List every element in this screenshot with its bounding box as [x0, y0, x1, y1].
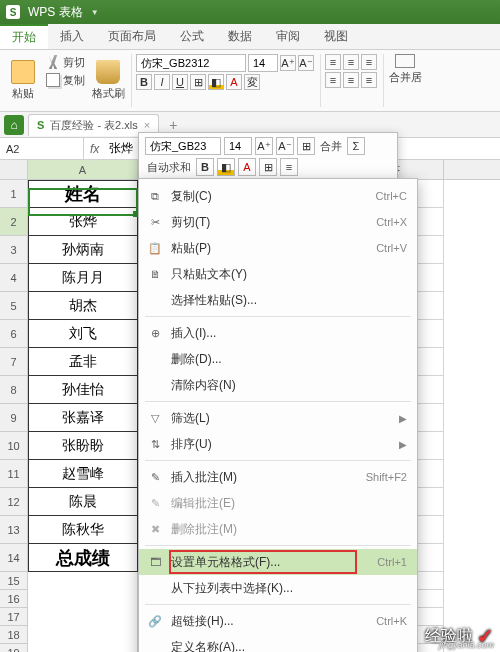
cell[interactable]: 总成绩: [28, 544, 138, 572]
mini-bold[interactable]: B: [196, 158, 214, 176]
mini-increase-font[interactable]: A⁺: [255, 137, 273, 155]
ctx-clear[interactable]: 清除内容(N): [139, 372, 417, 398]
row-header[interactable]: 4: [0, 264, 28, 292]
cell[interactable]: 孟非: [28, 348, 138, 376]
cell[interactable]: [28, 608, 138, 626]
tab-layout[interactable]: 页面布局: [96, 24, 168, 49]
row-header[interactable]: 16: [0, 590, 28, 608]
row-header[interactable]: 6: [0, 320, 28, 348]
mini-border[interactable]: ⊞: [259, 158, 277, 176]
row-header[interactable]: 5: [0, 292, 28, 320]
font-name-select[interactable]: 仿宋_GB2312: [136, 54, 246, 72]
increase-font-button[interactable]: A⁺: [280, 55, 296, 71]
cell[interactable]: [28, 626, 138, 644]
format-painter-button[interactable]: 格式刷: [91, 54, 125, 107]
cell[interactable]: 刘飞: [28, 320, 138, 348]
new-tab-button[interactable]: +: [163, 117, 183, 133]
row-header[interactable]: 17: [0, 608, 28, 626]
cell[interactable]: 陈月月: [28, 264, 138, 292]
align-center-button[interactable]: ≡: [343, 72, 359, 88]
ctx-sort[interactable]: ⇅排序(U)▶: [139, 431, 417, 457]
name-box[interactable]: A2: [0, 138, 84, 159]
align-mid-button[interactable]: ≡: [343, 54, 359, 70]
align-bot-button[interactable]: ≡: [361, 54, 377, 70]
font-size-select[interactable]: 14: [248, 54, 278, 72]
row-header[interactable]: 7: [0, 348, 28, 376]
cell[interactable]: 胡杰: [28, 292, 138, 320]
chevron-down-icon[interactable]: ▼: [91, 8, 99, 17]
cell[interactable]: [28, 590, 138, 608]
ctx-insert[interactable]: ⊕插入(I)...: [139, 320, 417, 346]
ctx-delete[interactable]: 删除(D)...: [139, 346, 417, 372]
row-header[interactable]: 1: [0, 180, 28, 208]
phonetic-button[interactable]: 変: [244, 74, 260, 90]
mini-fill[interactable]: ◧: [217, 158, 235, 176]
align-left-button[interactable]: ≡: [325, 72, 341, 88]
cell[interactable]: [28, 572, 138, 590]
decrease-font-button[interactable]: A⁻: [298, 55, 314, 71]
cell[interactable]: 孙佳怡: [28, 376, 138, 404]
font-color-button[interactable]: A: [226, 74, 242, 90]
row-header[interactable]: 14: [0, 544, 28, 572]
underline-button[interactable]: U: [172, 74, 188, 90]
cell[interactable]: 张嘉译: [28, 404, 138, 432]
select-all-corner[interactable]: [0, 160, 28, 179]
italic-button[interactable]: I: [154, 74, 170, 90]
col-header-A[interactable]: A: [28, 160, 138, 179]
ctx-delete-comment[interactable]: ✖删除批注(M): [139, 516, 417, 542]
ctx-paste-text[interactable]: 🗎只粘贴文本(Y): [139, 261, 417, 287]
cell[interactable]: [28, 644, 138, 652]
ctx-hyperlink[interactable]: 🔗超链接(H)...Ctrl+K: [139, 608, 417, 634]
row-header[interactable]: 10: [0, 432, 28, 460]
cell-selected[interactable]: 张烨: [28, 208, 138, 236]
row-header[interactable]: 19: [0, 644, 28, 652]
row-header[interactable]: 11: [0, 460, 28, 488]
align-right-button[interactable]: ≡: [361, 72, 377, 88]
ctx-dropdown-list[interactable]: 从下拉列表中选择(K)...: [139, 575, 417, 601]
ctx-insert-comment[interactable]: ✎插入批注(M)Shift+F2: [139, 464, 417, 490]
tab-data[interactable]: 数据: [216, 24, 264, 49]
cell[interactable]: 姓名: [28, 180, 138, 208]
mini-size-select[interactable]: 14: [224, 137, 252, 155]
fx-icon[interactable]: fx: [84, 142, 105, 156]
border-button[interactable]: ⊞: [190, 74, 206, 90]
cell[interactable]: 陈秋华: [28, 516, 138, 544]
tab-formula[interactable]: 公式: [168, 24, 216, 49]
paste-button[interactable]: 粘贴: [6, 54, 40, 107]
tab-insert[interactable]: 插入: [48, 24, 96, 49]
home-icon[interactable]: ⌂: [4, 115, 24, 135]
bold-button[interactable]: B: [136, 74, 152, 90]
cut-button[interactable]: 剪切: [44, 54, 87, 70]
row-header[interactable]: 15: [0, 572, 28, 590]
row-header[interactable]: 3: [0, 236, 28, 264]
row-header[interactable]: 9: [0, 404, 28, 432]
align-top-button[interactable]: ≡: [325, 54, 341, 70]
ctx-edit-comment[interactable]: ✎编辑批注(E): [139, 490, 417, 516]
mini-merge-icon[interactable]: ⊞: [297, 137, 315, 155]
ctx-define-name[interactable]: 定义名称(A)...: [139, 634, 417, 652]
tab-home[interactable]: 开始: [0, 24, 48, 49]
mini-font-select[interactable]: 仿宋_GB23: [145, 137, 221, 155]
cell[interactable]: 陈晨: [28, 488, 138, 516]
mini-decrease-font[interactable]: A⁻: [276, 137, 294, 155]
ctx-cut[interactable]: ✂剪切(T)Ctrl+X: [139, 209, 417, 235]
row-header[interactable]: 18: [0, 626, 28, 644]
tab-review[interactable]: 审阅: [264, 24, 312, 49]
ctx-paste-special[interactable]: 选择性粘贴(S)...: [139, 287, 417, 313]
cell[interactable]: 张盼盼: [28, 432, 138, 460]
cell[interactable]: 赵雪峰: [28, 460, 138, 488]
mini-font-color[interactable]: A: [238, 158, 256, 176]
ctx-paste[interactable]: 📋粘贴(P)Ctrl+V: [139, 235, 417, 261]
tab-view[interactable]: 视图: [312, 24, 360, 49]
ctx-format-cells[interactable]: 🗔设置单元格格式(F)...Ctrl+1: [139, 549, 417, 575]
copy-button[interactable]: 复制: [44, 72, 87, 88]
ctx-filter[interactable]: ▽筛选(L)▶: [139, 405, 417, 431]
close-tab-button[interactable]: ×: [144, 119, 150, 131]
row-header[interactable]: 13: [0, 516, 28, 544]
fill-color-button[interactable]: ◧: [208, 74, 224, 90]
merge-button[interactable]: 合并居: [388, 54, 422, 85]
mini-align[interactable]: ≡: [280, 158, 298, 176]
mini-sum-icon[interactable]: Σ: [347, 137, 365, 155]
row-header[interactable]: 2: [0, 208, 28, 236]
cell[interactable]: 孙炳南: [28, 236, 138, 264]
